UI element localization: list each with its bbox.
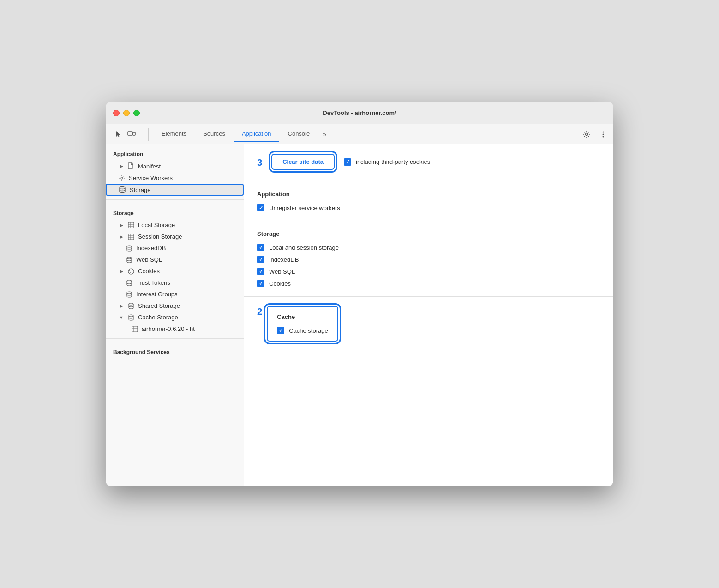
toolbar-icons: [109, 129, 141, 140]
sidebar-item-session-storage[interactable]: Session Storage: [106, 231, 244, 242]
cache-storage-icon: [128, 314, 134, 321]
sidebar-item-local-storage[interactable]: Local Storage: [106, 219, 244, 231]
svg-rect-1: [133, 132, 135, 135]
panel-section-storage: Storage Local and session storage Indexe…: [244, 221, 613, 297]
local-storage-grid-icon: [128, 222, 134, 228]
unregister-workers-checkbox[interactable]: [257, 204, 264, 211]
local-storage-label: Local Storage: [138, 222, 175, 228]
svg-point-5: [603, 136, 604, 137]
sidebar-divider-2: [106, 338, 244, 339]
sidebar-item-shared-storage[interactable]: Shared Storage: [106, 300, 244, 312]
cache-box: Cache Cache storage: [267, 306, 338, 342]
storage-db-icon: [119, 186, 126, 193]
svg-point-28: [129, 303, 133, 305]
svg-point-27: [127, 292, 132, 294]
check-cache-storage: Cache storage: [277, 327, 328, 334]
fullscreen-button[interactable]: [133, 110, 140, 116]
sidebar-section-bg: Background Services: [106, 342, 244, 358]
cache-storage-check-label: Cache storage: [289, 327, 328, 334]
sidebar-item-manifest[interactable]: Manifest: [106, 160, 244, 172]
svg-point-2: [586, 133, 588, 135]
cache-storage-checkbox[interactable]: [277, 327, 284, 334]
trust-tokens-label: Trust Tokens: [136, 279, 170, 286]
manifest-label: Manifest: [138, 163, 161, 170]
sidebar-section-app: Application: [106, 144, 244, 160]
service-workers-label: Service Workers: [129, 174, 173, 181]
web-sql-label: Web SQL: [136, 256, 162, 263]
toolbar-divider: [148, 128, 149, 141]
local-storage-arrow-icon: [119, 222, 124, 228]
toolbar: Elements Sources Application Console »: [106, 124, 613, 144]
session-storage-label: Session Storage: [138, 233, 182, 240]
sidebar-item-web-sql[interactable]: Web SQL: [106, 254, 244, 265]
sidebar-item-cookies[interactable]: Cookies: [106, 265, 244, 277]
svg-point-20: [127, 257, 132, 259]
cache-storage-label: Cache Storage: [138, 314, 178, 321]
svg-point-25: [130, 272, 131, 273]
cache-entry-label: airhorner-0.6.20 - ht: [142, 325, 195, 332]
panel-section-application: Application Unregister service workers: [244, 181, 613, 221]
web-sql-icon: [126, 257, 132, 263]
app-section-heading: Application: [257, 191, 600, 198]
storage-section-heading: Storage: [257, 230, 600, 237]
tab-elements[interactable]: Elements: [154, 126, 194, 142]
sidebar-item-storage[interactable]: Storage: [106, 184, 244, 196]
svg-rect-0: [128, 132, 132, 135]
close-button[interactable]: [113, 110, 120, 116]
tab-application[interactable]: Application: [234, 126, 279, 142]
third-party-row: including third-party cookies: [344, 158, 430, 166]
cookies-arrow-icon: [119, 269, 124, 274]
gear-icon: [119, 175, 125, 181]
interest-groups-icon: [126, 291, 132, 298]
tab-sources[interactable]: Sources: [196, 126, 233, 142]
step2-badge: 2: [257, 307, 262, 316]
more-tabs-button[interactable]: »: [319, 129, 330, 140]
indexeddb-checkbox[interactable]: [257, 256, 264, 263]
svg-point-24: [132, 271, 132, 272]
window-title: DevTools - airhorner.com/: [323, 109, 396, 116]
titlebar: DevTools - airhorner.com/: [106, 102, 613, 124]
check-cookies: Cookies: [257, 280, 600, 287]
cookies-check-label: Cookies: [269, 280, 291, 287]
check-unregister-workers: Unregister service workers: [257, 204, 600, 211]
shared-storage-icon: [128, 303, 134, 309]
panel-section-cache: 2 Cache Cache storage: [244, 297, 613, 351]
sidebar-divider-1: [106, 199, 244, 200]
sidebar-item-trust-tokens[interactable]: Trust Tokens: [106, 277, 244, 288]
third-party-checkbox[interactable]: [344, 158, 351, 166]
more-options-icon[interactable]: [597, 128, 610, 141]
settings-icon[interactable]: [580, 128, 593, 141]
cache-section-heading: Cache: [277, 313, 328, 320]
device-toggle-icon[interactable]: [126, 129, 137, 140]
svg-point-21: [128, 269, 134, 274]
svg-point-4: [603, 133, 604, 135]
traffic-lights: [113, 110, 140, 116]
third-party-label: including third-party cookies: [356, 158, 430, 165]
sidebar-item-interest-groups[interactable]: Interest Groups: [106, 288, 244, 300]
indexeddb-icon: [126, 245, 132, 252]
svg-rect-9: [128, 222, 134, 228]
sidebar-item-service-workers[interactable]: Service Workers: [106, 172, 244, 184]
sidebar-item-cache-entry[interactable]: airhorner-0.6.20 - ht: [106, 323, 244, 335]
cursor-icon[interactable]: [113, 129, 124, 140]
web-sql-checkbox[interactable]: [257, 268, 264, 275]
panel: 3 Clear site data including third-party …: [244, 144, 613, 486]
local-session-checkbox[interactable]: [257, 244, 264, 251]
devtools-window: DevTools - airhorner.com/ Elements Sourc…: [106, 102, 613, 486]
tab-console[interactable]: Console: [281, 126, 318, 142]
local-session-label: Local and session storage: [269, 244, 339, 251]
cookies-checkbox[interactable]: [257, 280, 264, 287]
svg-point-29: [129, 315, 133, 317]
sidebar-item-indexeddb[interactable]: IndexedDB: [106, 242, 244, 254]
minimize-button[interactable]: [123, 110, 130, 116]
clear-row: 3 Clear site data including third-party …: [257, 154, 600, 170]
check-local-session: Local and session storage: [257, 244, 600, 251]
svg-point-7: [121, 177, 123, 179]
clear-site-data-button[interactable]: Clear site data: [271, 154, 335, 170]
cookies-icon: [128, 268, 134, 275]
session-storage-grid-icon: [128, 234, 134, 240]
check-indexeddb: IndexedDB: [257, 256, 600, 263]
sidebar-item-cache-storage[interactable]: Cache Storage: [106, 312, 244, 323]
web-sql-check-label: Web SQL: [269, 268, 295, 275]
svg-point-23: [131, 270, 132, 270]
